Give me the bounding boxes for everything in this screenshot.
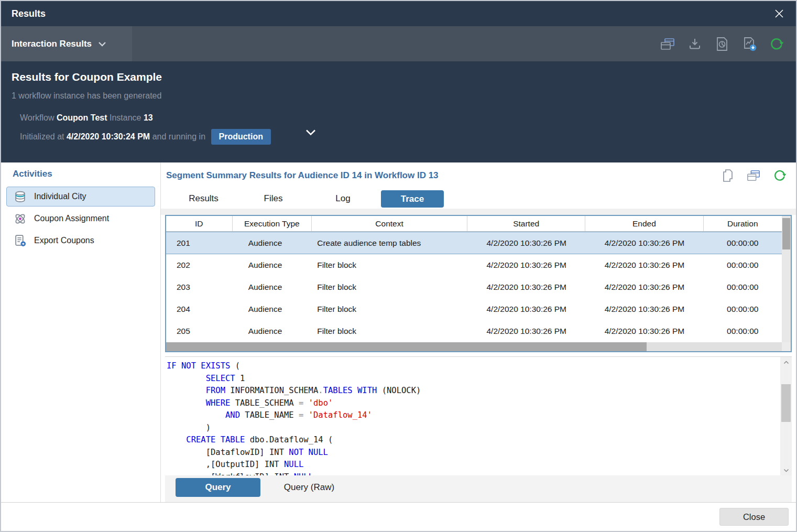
cell-execution_type: Audience	[233, 276, 312, 298]
toolbar: Interaction Results	[1, 26, 796, 61]
code-line: SELECT 1	[167, 373, 778, 385]
download-icon[interactable]	[687, 36, 703, 52]
workflow-line: Workflow Coupon Test Instance 13	[20, 113, 785, 123]
tab-query[interactable]: Query	[176, 478, 260, 497]
workflow-name: Coupon Test	[57, 113, 107, 122]
panel-gap	[165, 352, 792, 356]
table-horizontal-scrollbar[interactable]	[166, 342, 782, 351]
cell-execution_type: Audience	[233, 232, 312, 254]
results-dialog: Results Interaction Results	[0, 0, 797, 532]
instance-number: 13	[144, 113, 153, 122]
scroll-up-icon[interactable]	[780, 357, 792, 367]
cell-ended: 4/2/2020 10:30:26 PM	[585, 276, 703, 298]
cell-started: 4/2/2020 10:30:26 PM	[467, 276, 585, 298]
copy-icon[interactable]	[720, 169, 734, 182]
refresh-icon[interactable]	[773, 169, 787, 182]
scrollbar-thumb[interactable]	[166, 342, 647, 351]
tab-results[interactable]: Results	[169, 193, 238, 204]
report-download-icon[interactable]	[741, 36, 757, 52]
main-panel: Segment Summary Results for Audience ID …	[161, 162, 796, 502]
interaction-results-selector[interactable]: Interaction Results	[1, 26, 132, 61]
running-label: and running in	[152, 132, 205, 141]
column-header[interactable]: Ended	[585, 216, 703, 231]
tab-files[interactable]: Files	[238, 193, 308, 204]
assignment-icon	[13, 212, 27, 225]
cell-id: 203	[166, 276, 233, 298]
scrollbar-corner	[782, 342, 791, 351]
code-line: WHERE TABLE_SCHEMA = 'dbo'	[167, 397, 778, 410]
code-line: )	[167, 422, 778, 435]
initialized-line: Initialized at 4/2/2020 10:30:24 PM and …	[20, 129, 785, 145]
column-header[interactable]: ID	[166, 216, 233, 231]
results-header: Results for Coupon Example 1 workflow in…	[1, 61, 796, 162]
cell-context: Create audience temp tables	[312, 232, 467, 254]
sidebar-item-individual-city[interactable]: Individual City	[6, 187, 155, 207]
tab-trace[interactable]: Trace	[381, 190, 444, 208]
table-row[interactable]: 201AudienceCreate audience temp tables4/…	[166, 232, 782, 254]
column-header[interactable]: Execution Type	[233, 216, 312, 231]
refresh-icon[interactable]	[769, 36, 784, 52]
trace-table: IDExecution TypeContextStartedEndedDurat…	[165, 215, 792, 352]
cascade-windows-icon[interactable]	[747, 169, 760, 182]
close-icon[interactable]	[772, 6, 787, 21]
scroll-down-icon[interactable]	[780, 465, 792, 475]
sidebar-item-label: Coupon Assignment	[34, 214, 109, 223]
sidebar-item-label: Individual City	[34, 192, 86, 201]
table-body: 201AudienceCreate audience temp tables4/…	[166, 232, 782, 342]
table-row[interactable]: 204AudienceFilter block4/2/2020 10:30:26…	[166, 298, 782, 320]
cell-context: Filter block	[312, 320, 467, 342]
table-row[interactable]: 203AudienceFilter block4/2/2020 10:30:26…	[166, 276, 782, 298]
close-button[interactable]: Close	[719, 508, 789, 526]
workflow-label: Workflow	[20, 113, 54, 122]
sidebar-item-label: Export Coupons	[34, 236, 94, 245]
cell-context: Filter block	[312, 254, 467, 276]
cell-context: Filter block	[312, 276, 467, 298]
scrollbar-thumb[interactable]	[782, 218, 790, 249]
report-icon[interactable]	[714, 36, 730, 52]
code-line: AND TABLE_NAME = 'Dataflow_14'	[167, 409, 778, 422]
results-subtitle: 1 workflow instance has been generated	[12, 91, 785, 101]
export-document-icon	[13, 234, 27, 247]
section-icons	[720, 169, 790, 182]
section-header: Segment Summary Results for Audience ID …	[165, 162, 792, 189]
cell-id: 204	[166, 298, 233, 320]
activities-title: Activities	[1, 169, 160, 187]
code-line: IF NOT EXISTS (	[167, 360, 778, 373]
database-icon	[13, 190, 27, 203]
query-vertical-scrollbar[interactable]	[780, 357, 792, 475]
dialog-body: Activities Individual City	[1, 162, 796, 502]
tab-log[interactable]: Log	[308, 193, 378, 204]
cell-id: 205	[166, 320, 233, 342]
cell-id: 201	[166, 232, 233, 254]
cell-started: 4/2/2020 10:30:26 PM	[467, 298, 585, 320]
table-row[interactable]: 202AudienceFilter block4/2/2020 10:30:26…	[166, 254, 782, 276]
cell-execution_type: Audience	[233, 254, 312, 276]
cell-started: 4/2/2020 10:30:26 PM	[467, 254, 585, 276]
results-title: Results for Coupon Example	[12, 71, 785, 83]
cascade-windows-icon[interactable]	[660, 36, 675, 52]
column-header[interactable]: Duration	[704, 216, 782, 231]
cell-ended: 4/2/2020 10:30:26 PM	[585, 298, 703, 320]
column-header[interactable]: Context	[312, 216, 467, 231]
table-vertical-scrollbar[interactable]	[782, 216, 791, 342]
sql-code: IF NOT EXISTS ( SELECT 1 FROM INFORMATIO…	[165, 357, 792, 475]
table-row[interactable]: 205AudienceFilter block4/2/2020 10:30:26…	[166, 320, 782, 342]
query-tab-bar: Query Query (Raw)	[165, 475, 792, 502]
result-tabs: Results Files Log Trace	[165, 189, 792, 209]
sidebar-item-export-coupons[interactable]: Export Coupons	[6, 231, 155, 251]
environment-badge: Production	[211, 129, 271, 145]
cell-execution_type: Audience	[233, 320, 312, 342]
scrollbar-thumb[interactable]	[781, 384, 791, 422]
workflow-summary: Workflow Coupon Test Instance 13 Initial…	[12, 113, 785, 145]
window-title: Results	[12, 8, 46, 19]
initialized-time: 4/2/2020 10:30:24 PM	[67, 132, 150, 141]
column-header[interactable]: Started	[467, 216, 585, 231]
tab-query-raw[interactable]: Query (Raw)	[260, 478, 358, 497]
sidebar-item-coupon-assignment[interactable]: Coupon Assignment	[6, 209, 155, 229]
code-line: FROM INFORMATION_SCHEMA.TABLES WITH (NOL…	[167, 385, 778, 397]
chevron-down-icon	[98, 39, 106, 49]
instance-label: Instance	[110, 113, 141, 122]
chevron-down-icon[interactable]	[305, 128, 316, 138]
toolbar-icons	[660, 26, 796, 61]
code-line: ,[WorkflowID] INT NULL	[167, 471, 778, 476]
